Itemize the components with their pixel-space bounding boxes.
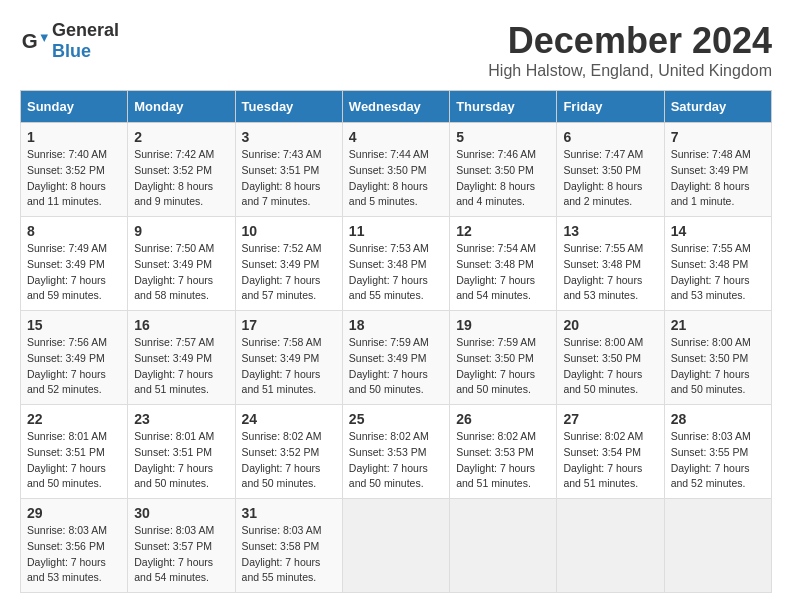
calendar-cell: 9 Sunrise: 7:50 AM Sunset: 3:49 PM Dayli… xyxy=(128,217,235,311)
header: G General Blue December 2024 High Halsto… xyxy=(20,20,772,80)
calendar-cell: 10 Sunrise: 7:52 AM Sunset: 3:49 PM Dayl… xyxy=(235,217,342,311)
day-info: Sunrise: 8:00 AM Sunset: 3:50 PM Dayligh… xyxy=(563,335,657,398)
day-info: Sunrise: 7:55 AM Sunset: 3:48 PM Dayligh… xyxy=(671,241,765,304)
calendar-cell: 13 Sunrise: 7:55 AM Sunset: 3:48 PM Dayl… xyxy=(557,217,664,311)
day-info: Sunrise: 8:03 AM Sunset: 3:56 PM Dayligh… xyxy=(27,523,121,586)
calendar-cell: 20 Sunrise: 8:00 AM Sunset: 3:50 PM Dayl… xyxy=(557,311,664,405)
calendar-cell: 7 Sunrise: 7:48 AM Sunset: 3:49 PM Dayli… xyxy=(664,123,771,217)
day-number: 3 xyxy=(242,129,336,145)
header-wednesday: Wednesday xyxy=(342,91,449,123)
header-thursday: Thursday xyxy=(450,91,557,123)
day-number: 17 xyxy=(242,317,336,333)
month-title: December 2024 xyxy=(488,20,772,62)
calendar-cell: 19 Sunrise: 7:59 AM Sunset: 3:50 PM Dayl… xyxy=(450,311,557,405)
day-number: 13 xyxy=(563,223,657,239)
calendar-cell: 5 Sunrise: 7:46 AM Sunset: 3:50 PM Dayli… xyxy=(450,123,557,217)
day-info: Sunrise: 8:03 AM Sunset: 3:55 PM Dayligh… xyxy=(671,429,765,492)
header-sunday: Sunday xyxy=(21,91,128,123)
day-info: Sunrise: 7:50 AM Sunset: 3:49 PM Dayligh… xyxy=(134,241,228,304)
day-info: Sunrise: 8:03 AM Sunset: 3:57 PM Dayligh… xyxy=(134,523,228,586)
day-number: 26 xyxy=(456,411,550,427)
calendar-cell: 28 Sunrise: 8:03 AM Sunset: 3:55 PM Dayl… xyxy=(664,405,771,499)
day-number: 22 xyxy=(27,411,121,427)
calendar-cell xyxy=(557,499,664,593)
calendar-cell: 16 Sunrise: 7:57 AM Sunset: 3:49 PM Dayl… xyxy=(128,311,235,405)
logo-icon: G xyxy=(20,27,48,55)
calendar-week-row: 1 Sunrise: 7:40 AM Sunset: 3:52 PM Dayli… xyxy=(21,123,772,217)
location-title: High Halstow, England, United Kingdom xyxy=(488,62,772,80)
day-info: Sunrise: 7:53 AM Sunset: 3:48 PM Dayligh… xyxy=(349,241,443,304)
day-number: 4 xyxy=(349,129,443,145)
calendar-header-row: SundayMondayTuesdayWednesdayThursdayFrid… xyxy=(21,91,772,123)
day-number: 21 xyxy=(671,317,765,333)
day-info: Sunrise: 8:02 AM Sunset: 3:53 PM Dayligh… xyxy=(349,429,443,492)
day-info: Sunrise: 8:02 AM Sunset: 3:54 PM Dayligh… xyxy=(563,429,657,492)
day-number: 5 xyxy=(456,129,550,145)
calendar-cell: 29 Sunrise: 8:03 AM Sunset: 3:56 PM Dayl… xyxy=(21,499,128,593)
day-number: 12 xyxy=(456,223,550,239)
calendar-cell: 30 Sunrise: 8:03 AM Sunset: 3:57 PM Dayl… xyxy=(128,499,235,593)
day-number: 10 xyxy=(242,223,336,239)
calendar-cell xyxy=(664,499,771,593)
calendar-cell: 8 Sunrise: 7:49 AM Sunset: 3:49 PM Dayli… xyxy=(21,217,128,311)
day-number: 20 xyxy=(563,317,657,333)
calendar-week-row: 22 Sunrise: 8:01 AM Sunset: 3:51 PM Dayl… xyxy=(21,405,772,499)
calendar-cell: 18 Sunrise: 7:59 AM Sunset: 3:49 PM Dayl… xyxy=(342,311,449,405)
day-info: Sunrise: 7:46 AM Sunset: 3:50 PM Dayligh… xyxy=(456,147,550,210)
title-area: December 2024 High Halstow, England, Uni… xyxy=(488,20,772,80)
calendar-week-row: 8 Sunrise: 7:49 AM Sunset: 3:49 PM Dayli… xyxy=(21,217,772,311)
calendar-cell: 6 Sunrise: 7:47 AM Sunset: 3:50 PM Dayli… xyxy=(557,123,664,217)
day-info: Sunrise: 8:02 AM Sunset: 3:52 PM Dayligh… xyxy=(242,429,336,492)
day-number: 25 xyxy=(349,411,443,427)
day-info: Sunrise: 7:48 AM Sunset: 3:49 PM Dayligh… xyxy=(671,147,765,210)
header-monday: Monday xyxy=(128,91,235,123)
day-info: Sunrise: 8:01 AM Sunset: 3:51 PM Dayligh… xyxy=(134,429,228,492)
day-number: 19 xyxy=(456,317,550,333)
calendar-cell: 2 Sunrise: 7:42 AM Sunset: 3:52 PM Dayli… xyxy=(128,123,235,217)
day-number: 15 xyxy=(27,317,121,333)
day-info: Sunrise: 7:52 AM Sunset: 3:49 PM Dayligh… xyxy=(242,241,336,304)
svg-text:G: G xyxy=(22,29,38,52)
calendar-cell xyxy=(450,499,557,593)
calendar-body: 1 Sunrise: 7:40 AM Sunset: 3:52 PM Dayli… xyxy=(21,123,772,593)
day-info: Sunrise: 7:59 AM Sunset: 3:50 PM Dayligh… xyxy=(456,335,550,398)
day-number: 8 xyxy=(27,223,121,239)
day-info: Sunrise: 7:49 AM Sunset: 3:49 PM Dayligh… xyxy=(27,241,121,304)
day-number: 9 xyxy=(134,223,228,239)
calendar-cell: 31 Sunrise: 8:03 AM Sunset: 3:58 PM Dayl… xyxy=(235,499,342,593)
calendar-week-row: 15 Sunrise: 7:56 AM Sunset: 3:49 PM Dayl… xyxy=(21,311,772,405)
day-info: Sunrise: 8:01 AM Sunset: 3:51 PM Dayligh… xyxy=(27,429,121,492)
calendar-cell: 23 Sunrise: 8:01 AM Sunset: 3:51 PM Dayl… xyxy=(128,405,235,499)
day-info: Sunrise: 7:44 AM Sunset: 3:50 PM Dayligh… xyxy=(349,147,443,210)
day-info: Sunrise: 7:55 AM Sunset: 3:48 PM Dayligh… xyxy=(563,241,657,304)
calendar-cell: 27 Sunrise: 8:02 AM Sunset: 3:54 PM Dayl… xyxy=(557,405,664,499)
calendar-cell: 11 Sunrise: 7:53 AM Sunset: 3:48 PM Dayl… xyxy=(342,217,449,311)
day-info: Sunrise: 7:59 AM Sunset: 3:49 PM Dayligh… xyxy=(349,335,443,398)
day-number: 14 xyxy=(671,223,765,239)
calendar-cell: 14 Sunrise: 7:55 AM Sunset: 3:48 PM Dayl… xyxy=(664,217,771,311)
calendar-cell: 26 Sunrise: 8:02 AM Sunset: 3:53 PM Dayl… xyxy=(450,405,557,499)
day-number: 11 xyxy=(349,223,443,239)
day-number: 2 xyxy=(134,129,228,145)
logo-general: General xyxy=(52,20,119,40)
day-info: Sunrise: 8:03 AM Sunset: 3:58 PM Dayligh… xyxy=(242,523,336,586)
header-friday: Friday xyxy=(557,91,664,123)
day-info: Sunrise: 7:47 AM Sunset: 3:50 PM Dayligh… xyxy=(563,147,657,210)
day-number: 28 xyxy=(671,411,765,427)
day-info: Sunrise: 7:56 AM Sunset: 3:49 PM Dayligh… xyxy=(27,335,121,398)
calendar-cell: 24 Sunrise: 8:02 AM Sunset: 3:52 PM Dayl… xyxy=(235,405,342,499)
day-info: Sunrise: 7:57 AM Sunset: 3:49 PM Dayligh… xyxy=(134,335,228,398)
day-number: 23 xyxy=(134,411,228,427)
day-number: 1 xyxy=(27,129,121,145)
day-number: 16 xyxy=(134,317,228,333)
day-info: Sunrise: 8:00 AM Sunset: 3:50 PM Dayligh… xyxy=(671,335,765,398)
day-info: Sunrise: 7:43 AM Sunset: 3:51 PM Dayligh… xyxy=(242,147,336,210)
day-info: Sunrise: 7:42 AM Sunset: 3:52 PM Dayligh… xyxy=(134,147,228,210)
calendar-cell: 17 Sunrise: 7:58 AM Sunset: 3:49 PM Dayl… xyxy=(235,311,342,405)
calendar-cell: 22 Sunrise: 8:01 AM Sunset: 3:51 PM Dayl… xyxy=(21,405,128,499)
day-number: 29 xyxy=(27,505,121,521)
logo: G General Blue xyxy=(20,20,119,62)
day-number: 24 xyxy=(242,411,336,427)
day-info: Sunrise: 7:40 AM Sunset: 3:52 PM Dayligh… xyxy=(27,147,121,210)
day-number: 27 xyxy=(563,411,657,427)
